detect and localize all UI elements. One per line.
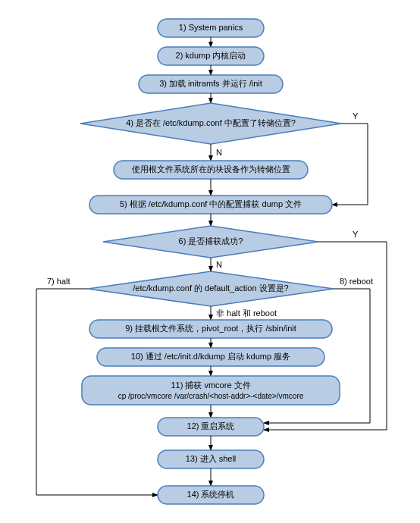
node-9-text: 9) 挂载根文件系统，pivot_root，执行 /sbin/init (125, 324, 296, 333)
node-11-text: 11) 捕获 vmcore 文件 (171, 381, 250, 390)
node-10-text: 10) 通过 /etc/init.d/kdump 启动 kdump 服务 (131, 352, 290, 361)
node-14-text: 14) 系统停机 (187, 490, 235, 499)
edge-label-n1: N (216, 148, 222, 157)
edge-label-y1: Y (353, 111, 359, 121)
node-2-text: 2) kdump 内核启动 (176, 51, 246, 60)
node-13-text: 13) 进入 shell (186, 454, 237, 463)
edge-label-n2: N (216, 260, 222, 269)
edge-label-y2: Y (353, 230, 359, 239)
node-1-text: 1) System panics (179, 23, 243, 32)
edge-label-reboot: 8) reboot (340, 277, 373, 286)
node-11b-text: cp /proc/vmcore /var/crash/<host-addr>-<… (118, 392, 304, 400)
edge-label-halt: 7) halt (47, 277, 71, 286)
edge-label-neither: 非 halt 和 reboot (216, 308, 277, 318)
node-4b-text: 使用根文件系统所在的块设备作为转储位置 (132, 164, 290, 174)
node-6-text: 6) 是否捕获成功? (179, 236, 243, 246)
node-7-text: /etc/kdump.conf 的 default_action 设置是? (133, 283, 288, 293)
node-5-text: 5) 根据 /etc/kdump.conf 中的配置捕获 dump 文件 (120, 199, 302, 208)
node-3-text: 3) 加载 initramfs 并运行 /init (159, 79, 262, 88)
node-12-text: 12) 重启系统 (187, 421, 235, 431)
flowchart: 1) System panics 2) kdump 内核启动 3) 加载 ini… (0, 0, 420, 523)
node-4-text: 4) 是否在 /etc/kdump.conf 中配置了转储位置? (126, 118, 296, 127)
